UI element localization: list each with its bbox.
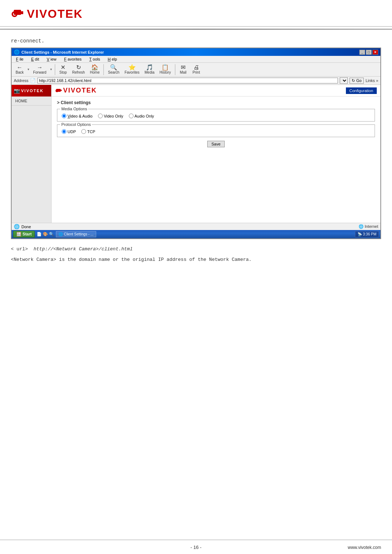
taskbar-icon-1[interactable]: 📄 bbox=[37, 232, 42, 237]
ie-taskbar: 🪟 Start 📄 🎨 🔍 🌐 Client Settings - ... 📡 … bbox=[12, 230, 380, 238]
ie-titlebar-icon: 🌐 bbox=[14, 49, 20, 55]
close-button[interactable]: ✕ bbox=[372, 50, 378, 55]
menu-file[interactable]: File bbox=[14, 57, 25, 62]
address-input[interactable] bbox=[37, 78, 338, 83]
radio-udp[interactable]: UDP bbox=[62, 129, 76, 134]
radio-tcp-input[interactable] bbox=[81, 129, 86, 134]
description-text: <Network Camera> is the domain name or t… bbox=[11, 256, 381, 264]
sidebar-home-link[interactable]: HOME bbox=[12, 97, 51, 106]
radio-video-only-input[interactable] bbox=[98, 114, 103, 118]
history-button[interactable]: 📋 History bbox=[158, 64, 173, 75]
home-label: Home bbox=[90, 70, 100, 74]
menu-help[interactable]: Help bbox=[106, 57, 118, 62]
radio-tcp[interactable]: TCP bbox=[81, 129, 95, 134]
save-area: Save bbox=[57, 141, 375, 147]
protocol-options-title: Protocol Options bbox=[60, 122, 92, 127]
svg-rect-3 bbox=[21, 11, 23, 14]
page-vivotek-logo: VIVOTEK bbox=[55, 87, 97, 94]
address-page-icon: 📄 bbox=[30, 78, 36, 83]
page-logo-text: VIVOTEK bbox=[63, 87, 97, 94]
refresh-label: Refresh bbox=[72, 70, 85, 74]
udp-label: UDP bbox=[68, 130, 76, 134]
taskbar-left: 🪟 Start 📄 🎨 🔍 🌐 Client Settings - ... bbox=[13, 231, 96, 238]
history-label: History bbox=[160, 70, 171, 74]
header-separator bbox=[0, 29, 392, 30]
radio-audio-only-input[interactable] bbox=[129, 114, 134, 118]
address-dropdown[interactable] bbox=[340, 77, 348, 84]
forward-label: Forward bbox=[33, 70, 46, 74]
taskbar-quick-launch: 📄 🎨 🔍 bbox=[37, 232, 54, 237]
taskbar-active-window[interactable]: 🌐 Client Settings - ... bbox=[56, 231, 96, 237]
start-button[interactable]: 🪟 Start bbox=[13, 231, 35, 238]
history-icon: 📋 bbox=[162, 65, 169, 70]
sidebar-vivotek-logo: 📷 VIVOTEK bbox=[14, 88, 44, 94]
minimize-button[interactable]: _ bbox=[359, 50, 365, 55]
toolbar-separator-3 bbox=[175, 64, 175, 75]
refresh-button[interactable]: ↻ Refresh bbox=[70, 64, 87, 75]
radio-video-only[interactable]: Video Only bbox=[98, 114, 123, 118]
home-icon: 🏠 bbox=[91, 65, 98, 70]
taskbar-icon-3[interactable]: 🔍 bbox=[49, 232, 54, 237]
forward-icon: → bbox=[37, 65, 43, 70]
radio-video-audio[interactable]: Video & Audio bbox=[62, 114, 93, 118]
titlebar-buttons[interactable]: _ □ ✕ bbox=[359, 50, 378, 55]
menu-edit[interactable]: Edit bbox=[29, 57, 40, 62]
print-button[interactable]: 🖨 Print bbox=[191, 64, 202, 75]
save-button[interactable]: Save bbox=[207, 141, 224, 147]
links-button[interactable]: Links » bbox=[366, 78, 378, 83]
back-icon: ← bbox=[17, 65, 23, 70]
clock-icon: 📡 bbox=[358, 232, 362, 236]
search-button[interactable]: 🔍 Search bbox=[106, 64, 121, 75]
media-options-section: Media Options Video & Audio Video Only bbox=[57, 109, 375, 122]
footer-website: www.vivotek.com bbox=[348, 545, 381, 550]
reconnect-text: re-connect. bbox=[0, 32, 392, 48]
logo-area: VIVOTEK bbox=[0, 0, 392, 27]
maximize-button[interactable]: □ bbox=[366, 50, 372, 55]
status-globe-icon: 🌐 bbox=[14, 224, 20, 229]
radio-video-audio-input[interactable] bbox=[62, 114, 66, 118]
ie-window: 🌐 Client Settings - Microsoft Internet E… bbox=[11, 48, 381, 239]
media-icon: 🎵 bbox=[146, 65, 153, 70]
address-label: Address bbox=[14, 78, 28, 83]
configuration-button[interactable]: Configuration bbox=[346, 87, 377, 94]
sidebar-camera-icon: 📷 bbox=[14, 88, 20, 94]
vivotek-brand-text: VIVOTEK bbox=[27, 7, 83, 21]
titlebar-left: 🌐 Client Settings - Microsoft Internet E… bbox=[14, 49, 104, 55]
ie-statusbar: 🌐 Done 🌐 Internet bbox=[12, 223, 380, 230]
home-nav-label: HOME bbox=[15, 99, 27, 103]
status-text: Done bbox=[21, 225, 31, 229]
menu-view[interactable]: View bbox=[45, 57, 58, 62]
ie-window-title: Client Settings - Microsoft Internet Exp… bbox=[21, 50, 104, 54]
url-value: http://<Network Camera>/client.html bbox=[33, 246, 132, 252]
stop-label: Stop bbox=[59, 70, 67, 74]
home-button[interactable]: 🏠 Home bbox=[88, 64, 102, 75]
radio-audio-only[interactable]: Audio Only bbox=[129, 114, 154, 118]
svg-rect-2 bbox=[14, 10, 21, 15]
footer-page-number: - 16 - bbox=[134, 545, 258, 550]
favorites-button[interactable]: ⭐ Favorites bbox=[123, 64, 141, 75]
svg-rect-6 bbox=[56, 89, 61, 92]
toolbar-separator-2 bbox=[103, 64, 104, 75]
taskbar-icon-2[interactable]: 🎨 bbox=[43, 232, 48, 237]
print-label: Print bbox=[192, 70, 200, 74]
forward-button[interactable]: → Forward bbox=[31, 64, 48, 75]
stop-button[interactable]: ✕ Stop bbox=[57, 64, 69, 75]
back-button[interactable]: ← Back bbox=[14, 64, 25, 75]
menu-tools[interactable]: Tools bbox=[87, 57, 101, 62]
mail-label: Mail bbox=[180, 70, 186, 74]
ie-sidebar: 📷 VIVOTEK HOME bbox=[12, 85, 52, 223]
go-button[interactable]: ↻ Go bbox=[350, 78, 364, 84]
media-button[interactable]: 🎵 Media bbox=[143, 64, 156, 75]
camera-logo-icon bbox=[11, 8, 24, 21]
internet-zone-icon: 🌐 bbox=[359, 224, 364, 229]
audio-only-label: Audio Only bbox=[135, 114, 154, 118]
mail-button[interactable]: ✉ Mail bbox=[177, 64, 189, 75]
media-options-radio-group: Video & Audio Video Only Audio Only bbox=[62, 112, 370, 118]
mail-icon: ✉ bbox=[181, 65, 185, 70]
sidebar-header: 📷 VIVOTEK bbox=[12, 85, 51, 97]
tcp-label: TCP bbox=[87, 130, 95, 134]
favorites-label: Favorites bbox=[124, 70, 139, 74]
menu-favorites[interactable]: Favorites bbox=[62, 57, 83, 62]
refresh-icon: ↻ bbox=[76, 65, 81, 70]
radio-udp-input[interactable] bbox=[62, 129, 66, 134]
